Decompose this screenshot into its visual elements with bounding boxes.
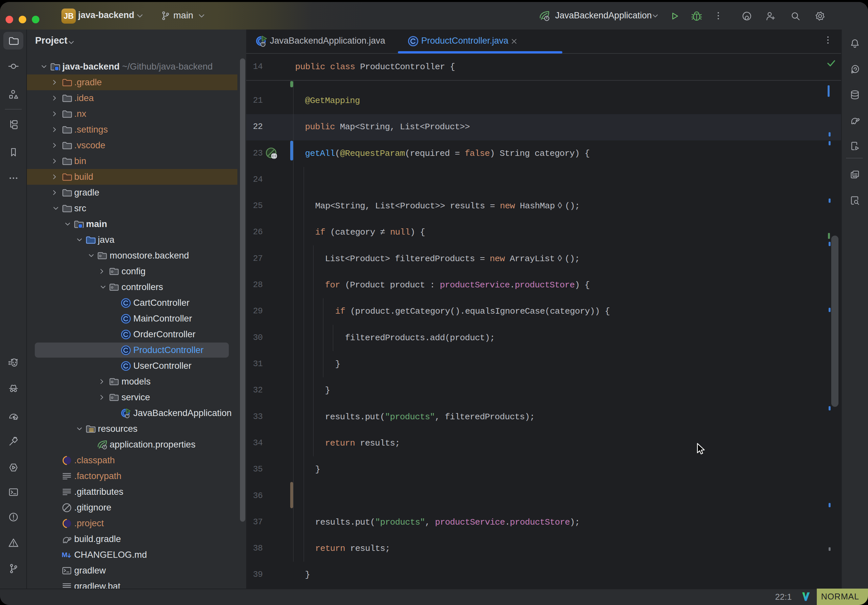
svg-text:M: M — [62, 551, 68, 559]
